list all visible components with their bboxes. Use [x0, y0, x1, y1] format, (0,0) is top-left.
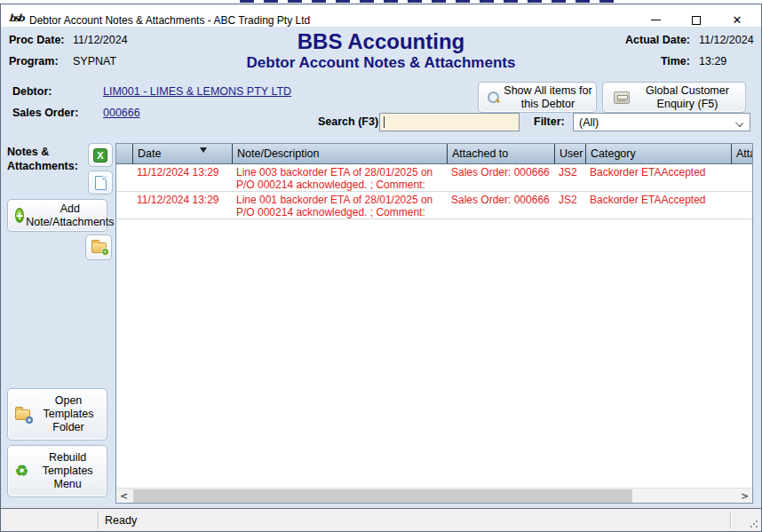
scrollbar-thumb[interactable] — [133, 489, 632, 503]
add-note-attachments-button[interactable]: + Add Note/Attachments — [7, 199, 107, 232]
attached-to-cell: Sales Order: 000666 — [447, 192, 554, 218]
status-bar: Ready — [1, 508, 761, 531]
date-cell: 11/12/2024 13:29 — [132, 192, 232, 218]
column-header-selector[interactable] — [116, 144, 132, 163]
user-cell: JS2 — [554, 164, 585, 191]
status-text: Ready — [105, 514, 137, 527]
rebuild-templates-menu-button[interactable]: ♻ Rebuild Templates Menu — [7, 445, 107, 497]
search-label: Search (F3): — [318, 115, 382, 128]
row-selector-cell — [116, 192, 132, 218]
table-row[interactable]: 11/12/2024 13:29 Line 003 backorder ETA … — [116, 164, 752, 192]
scroll-left-icon[interactable]: < — [116, 488, 131, 503]
maximize-button[interactable] — [676, 9, 717, 31]
column-header-date-label: Date — [138, 147, 161, 160]
global-customer-enquiry-button[interactable]: Global Customer Enquiry (F5) — [602, 82, 746, 113]
excel-icon: X — [93, 148, 107, 163]
horizontal-scrollbar[interactable]: < > — [116, 488, 752, 503]
global-customer-enquiry-label: Global Customer Enquiry (F5) — [630, 84, 745, 111]
notes-attachments-label: Notes & Attachments: — [7, 145, 85, 173]
enquiry-card-icon — [614, 91, 630, 104]
actual-date-label: Actual Date: — [625, 34, 690, 46]
column-header-note-description[interactable]: Note/Description — [232, 144, 447, 163]
background-window-text-sliver — [240, 0, 622, 3]
filter-label: Filter: — [534, 115, 565, 128]
user-cell: JS2 — [554, 192, 585, 218]
attached-to-cell: Sales Order: 000666 — [447, 164, 554, 191]
search-icon — [488, 91, 500, 104]
column-header-attached-to[interactable]: Attached to — [447, 144, 554, 163]
scroll-right-icon[interactable]: > — [737, 488, 752, 503]
open-templates-folder-button[interactable]: Open Templates Folder — [7, 388, 107, 441]
date-cell: 11/12/2024 13:29 — [132, 164, 232, 191]
row-selector-cell — [116, 164, 132, 191]
column-header-date[interactable]: Date — [132, 144, 232, 163]
time-value: 13:29 — [699, 55, 726, 67]
chevron-down-icon — [735, 119, 743, 127]
rebuild-templates-menu-label: Rebuild Templates Menu — [28, 451, 107, 491]
recycle-icon: ♻ — [15, 464, 28, 479]
close-icon: ✕ — [733, 14, 742, 26]
show-all-items-label: Show All items for this Debtor — [500, 84, 596, 111]
application-root: bsb Debtor Account Notes & Attachments -… — [0, 0, 762, 532]
title-bar: bsb Debtor Account Notes & Attachments -… — [1, 4, 761, 27]
maximize-icon — [692, 16, 701, 25]
add-attachment-folder-button[interactable]: + — [85, 234, 112, 260]
minimize-button[interactable] — [635, 9, 676, 31]
column-header-category[interactable]: Category — [585, 144, 731, 163]
app-icon: bsb — [9, 12, 25, 26]
status-separator — [98, 512, 99, 529]
show-all-items-button[interactable]: Show All items for this Debtor — [478, 82, 597, 113]
debtor-link[interactable]: LIM001 - LIMES & LEMONS PTY LTD — [103, 85, 291, 98]
category-cell: Backorder ETAAccepted — [585, 192, 731, 218]
export-excel-button[interactable]: X — [88, 143, 113, 167]
actual-date-value: 11/12/2024 — [699, 34, 754, 46]
view-document-button[interactable] — [88, 171, 113, 195]
sort-descending-icon — [200, 147, 207, 153]
resize-grip[interactable] — [750, 520, 758, 528]
filter-selected-value: (All) — [579, 116, 599, 129]
note-cell: Line 003 backorder ETA of 28/01/2025 on … — [232, 164, 447, 191]
time-label: Time: — [661, 55, 690, 67]
filter-dropdown[interactable]: (All) — [573, 113, 750, 131]
close-button[interactable]: ✕ — [717, 9, 758, 31]
status-separator — [730, 512, 731, 529]
plus-icon: + — [15, 208, 24, 223]
sales-order-link[interactable]: 000666 — [103, 107, 140, 119]
debtor-label: Debtor: — [12, 85, 52, 98]
category-cell: Backorder ETAAccepted — [585, 164, 731, 191]
add-note-attachments-label: Add Note/Attachments — [24, 202, 115, 229]
window-title: Debtor Account Notes & Attachments - ABC… — [29, 14, 310, 27]
screen-title: Debtor Account Notes & Attachments — [0, 54, 762, 72]
attachment-cell — [731, 192, 752, 218]
column-header-attachment[interactable]: Attac — [731, 144, 752, 163]
sales-order-label: Sales Order: — [12, 107, 78, 119]
search-input[interactable] — [379, 113, 520, 131]
note-cell: Line 001 backorder ETA of 28/01/2025 on … — [232, 192, 447, 218]
text-caret — [384, 116, 385, 128]
attachment-cell — [731, 164, 752, 191]
document-icon — [95, 176, 107, 190]
notes-table: Date Note/Description Attached to User C… — [115, 143, 753, 504]
column-header-user[interactable]: User — [554, 144, 585, 163]
minimize-icon — [651, 20, 661, 20]
table-header-row: Date Note/Description Attached to User C… — [116, 144, 752, 164]
magnifier-badge-icon — [26, 417, 33, 424]
folder-plus-icon: + — [91, 242, 107, 253]
open-templates-folder-label: Open Templates Folder — [30, 394, 107, 434]
plus-badge-icon: + — [101, 248, 109, 256]
folder-search-icon — [15, 409, 30, 420]
table-row[interactable]: 11/12/2024 13:29 Line 001 backorder ETA … — [116, 192, 752, 219]
